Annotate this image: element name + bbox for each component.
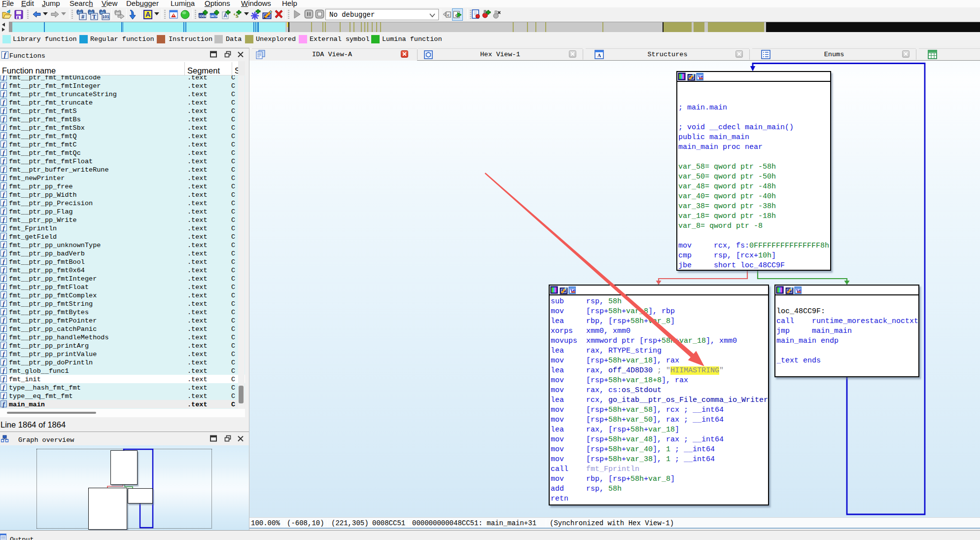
- svg-text:T: T: [92, 13, 96, 20]
- svg-text:#: #: [81, 14, 84, 20]
- svg-text:c: c: [448, 12, 450, 17]
- svg-text:101: 101: [102, 14, 109, 19]
- svg-text:A: A: [223, 13, 227, 18]
